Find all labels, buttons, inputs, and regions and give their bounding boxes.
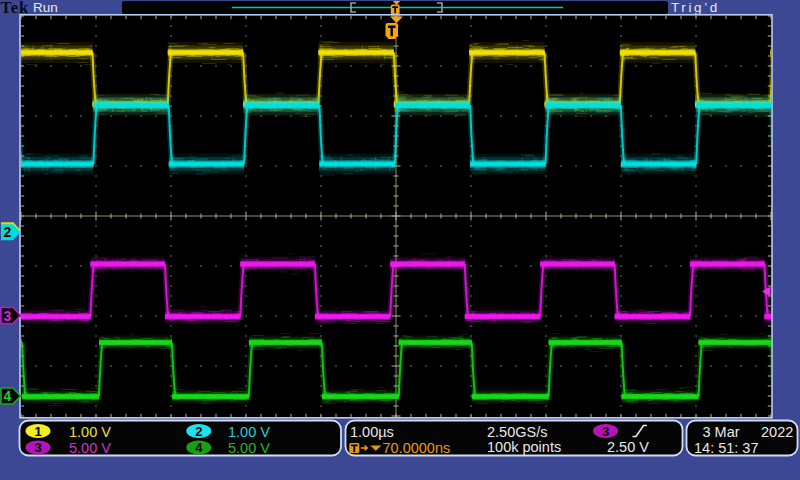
svg-text:2022: 2022 [761,424,793,440]
svg-text:4: 4 [4,388,12,404]
svg-text:14: 51: 37: 14: 51: 37 [694,440,759,456]
svg-text:1.00µs: 1.00µs [350,424,394,440]
svg-text:100k points: 100k points [487,439,561,455]
svg-text:1.00 V: 1.00 V [228,424,270,440]
svg-text:2.50 V: 2.50 V [607,439,649,455]
svg-text:5.00 V: 5.00 V [69,440,111,456]
svg-text:5.00 V: 5.00 V [228,440,270,456]
svg-text:3 Mar: 3 Mar [703,424,740,440]
svg-text:1: 1 [34,424,41,439]
svg-text:4: 4 [195,440,203,455]
svg-text:2.50GS/s: 2.50GS/s [487,424,547,440]
svg-text:2: 2 [4,224,12,240]
svg-text:2: 2 [195,424,202,439]
svg-text:3: 3 [34,440,41,455]
svg-text:Trig’d: Trig’d [671,0,720,15]
svg-text:70.0000ns: 70.0000ns [383,440,451,456]
svg-text:Run: Run [33,0,58,15]
svg-text:3: 3 [602,424,609,439]
svg-text:1.00 V: 1.00 V [69,424,111,440]
svg-text:3: 3 [4,308,12,324]
